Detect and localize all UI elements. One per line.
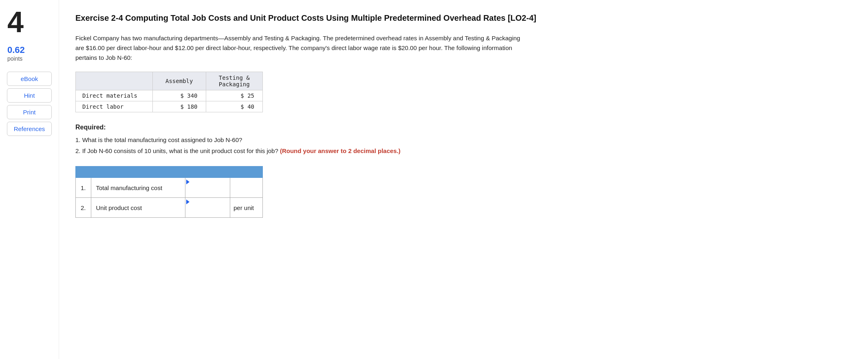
required-list: 1. What is the total manufacturing cost … bbox=[75, 134, 848, 156]
answer-row-1-label: Total manufacturing cost bbox=[91, 178, 185, 198]
col-header-testing: Testing &Packaging bbox=[206, 72, 262, 90]
problem-text: Fickel Company has two manufacturing dep… bbox=[75, 33, 524, 63]
ebook-button[interactable]: eBook bbox=[7, 72, 52, 86]
answer-table-header-row bbox=[76, 166, 263, 178]
references-button[interactable]: References bbox=[7, 122, 52, 136]
required-header: Required: bbox=[75, 124, 848, 131]
answer-row-1-input-cell[interactable] bbox=[185, 178, 230, 198]
round-note: (Round your answer to 2 decimal places.) bbox=[280, 147, 401, 154]
points-value: 0.62 bbox=[7, 45, 25, 55]
hint-button[interactable]: Hint bbox=[7, 88, 52, 103]
answer-row-2-input-cell[interactable] bbox=[185, 198, 230, 218]
answer-row-1-num: 1. bbox=[76, 178, 91, 198]
row-label-materials: Direct materials bbox=[76, 90, 153, 101]
answer-row-2: 2. Unit product cost per unit bbox=[76, 198, 263, 218]
answer-row-1-suffix bbox=[230, 178, 263, 198]
col-header-empty bbox=[76, 72, 153, 90]
total-manufacturing-cost-input[interactable] bbox=[185, 185, 230, 197]
required-item-1: 1. What is the total manufacturing cost … bbox=[75, 134, 848, 145]
row-label-labor: Direct labor bbox=[76, 101, 153, 112]
col-header-assembly: Assembly bbox=[152, 72, 206, 90]
page-container: 4 0.62 points eBook Hint Print Reference… bbox=[0, 0, 868, 359]
required-item-2: 2. If Job N-60 consists of 10 units, wha… bbox=[75, 145, 848, 156]
answer-row-1: 1. Total manufacturing cost bbox=[76, 178, 263, 198]
labor-testing: $ 40 bbox=[206, 101, 262, 112]
answer-row-2-label: Unit product cost bbox=[91, 198, 185, 218]
table-row: Direct materials $ 340 $ 25 bbox=[76, 90, 263, 101]
answer-table: 1. Total manufacturing cost 2. Unit prod… bbox=[75, 166, 263, 218]
sidebar: 4 0.62 points eBook Hint Print Reference… bbox=[0, 0, 59, 359]
unit-product-cost-input[interactable] bbox=[185, 205, 230, 217]
required-item-2-text: 2. If Job N-60 consists of 10 units, wha… bbox=[75, 147, 280, 154]
main-content: Exercise 2-4 Computing Total Job Costs a… bbox=[59, 0, 868, 359]
table-row: Direct labor $ 180 $ 40 bbox=[76, 101, 263, 112]
question-number: 4 bbox=[7, 7, 24, 37]
materials-assembly: $ 340 bbox=[152, 90, 206, 101]
answer-row-2-num: 2. bbox=[76, 198, 91, 218]
blue-triangle-1 bbox=[186, 180, 189, 184]
blue-triangle-2 bbox=[186, 199, 189, 204]
data-table: Assembly Testing &Packaging Direct mater… bbox=[75, 72, 263, 112]
answer-row-2-suffix: per unit bbox=[230, 198, 263, 218]
points-label: points bbox=[7, 55, 22, 62]
exercise-title: Exercise 2-4 Computing Total Job Costs a… bbox=[75, 12, 848, 24]
answer-table-header-cell bbox=[76, 166, 263, 178]
print-button[interactable]: Print bbox=[7, 105, 52, 119]
labor-assembly: $ 180 bbox=[152, 101, 206, 112]
materials-testing: $ 25 bbox=[206, 90, 262, 101]
